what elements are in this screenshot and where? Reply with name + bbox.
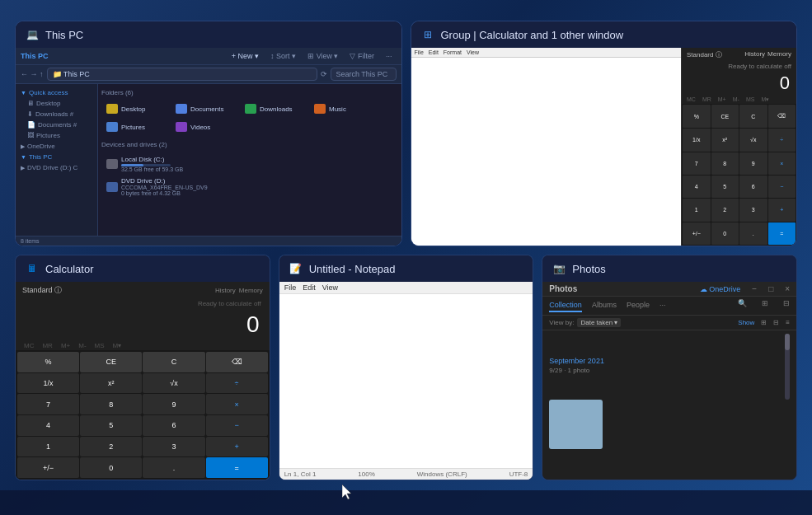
calc-neg[interactable]: +/− [17, 457, 79, 478]
file-explorer-window[interactable]: 💻 This PC This PC + New ▾ ↕ Sort ▾ ⊞ Vie… [15, 21, 402, 246]
group-window[interactable]: ⊞ Group | Calculator and 1 other window … [411, 21, 798, 246]
calc-1[interactable]: 1 [17, 437, 79, 457]
new-btn[interactable]: + New ▾ [228, 50, 263, 62]
gcalc-sqrt[interactable]: √x [739, 129, 767, 151]
calc-c[interactable]: C [143, 352, 204, 372]
gcalc-neg[interactable]: +/− [683, 222, 711, 245]
sidebar-this-pc[interactable]: ▼ This PC [16, 152, 97, 162]
calc-ce[interactable]: CE [80, 352, 142, 372]
photos-list-view-icon[interactable]: ⊟ [773, 319, 779, 326]
photos-detail-view-icon[interactable]: ≡ [786, 319, 790, 326]
gcalc-8[interactable]: 8 [711, 152, 739, 175]
photos-nav-albums[interactable]: Albums [592, 299, 617, 312]
calc-3[interactable]: 3 [143, 437, 204, 457]
gcalc-equals[interactable]: = [768, 222, 796, 245]
photos-search-icon[interactable]: 🔍 [738, 299, 747, 312]
folder-desktop[interactable]: Desktop [101, 101, 167, 116]
photos-scrollbar[interactable] [785, 334, 790, 400]
photos-close-btn[interactable]: × [785, 284, 790, 293]
address-input[interactable]: 📁 This PC [47, 68, 317, 81]
gcalc-inv[interactable]: 1/x [683, 129, 711, 151]
gcalc-6[interactable]: 6 [739, 176, 767, 198]
photos-minimize-btn[interactable]: − [752, 284, 757, 293]
photos-window[interactable]: 📷 Photos Photos ☁ OneDrive − □ × Collect… [542, 255, 797, 480]
folder-downloads[interactable]: Downloads [240, 101, 306, 116]
notepad-file-item[interactable]: File [284, 283, 297, 292]
calc-0[interactable]: 0 [80, 457, 142, 478]
gcalc-div[interactable]: ÷ [768, 129, 796, 151]
photos-maximize-btn[interactable]: □ [768, 284, 773, 293]
gcalc-mul[interactable]: × [768, 152, 796, 175]
sidebar-documents[interactable]: 📄 Documents # [16, 119, 97, 130]
calc-equals[interactable]: = [206, 457, 268, 478]
calc-9[interactable]: 9 [143, 394, 204, 414]
sidebar-pictures[interactable]: 🖼 Pictures [16, 130, 97, 141]
notepad-help-menu[interactable]: View [467, 49, 479, 55]
drive-d[interactable]: DVD Drive (D:) CCCOMA_X64FRE_EN-US_DV9 0… [101, 175, 398, 199]
calc-add[interactable]: + [206, 437, 268, 457]
photos-nav-people[interactable]: People [627, 299, 650, 312]
notepad-edit-menu[interactable]: Edit [429, 49, 439, 55]
gcalc-add[interactable]: + [768, 199, 796, 221]
folder-videos[interactable]: Videos [171, 119, 237, 134]
folder-music[interactable]: Music [309, 101, 375, 116]
calc-sub[interactable]: − [206, 415, 268, 436]
sidebar-onedrive[interactable]: ▶ OneDrive [16, 141, 97, 152]
gcalc-4[interactable]: 4 [683, 176, 711, 198]
photos-view-icon[interactable]: ⊟ [783, 299, 790, 312]
gcalc-sub[interactable]: − [768, 176, 796, 198]
calc-6[interactable]: 6 [143, 415, 204, 436]
photo-thumb-1[interactable] [549, 400, 603, 449]
view-btn[interactable]: ⊞ View ▾ [303, 50, 342, 62]
sidebar-quick-access[interactable]: ▼ Quick access [16, 87, 97, 98]
onedrive-btn[interactable]: ☁ OneDrive [700, 285, 741, 293]
gcalc-3[interactable]: 3 [739, 199, 767, 221]
search-input[interactable]: Search This PC [331, 68, 397, 81]
more-btn[interactable]: ··· [382, 50, 397, 62]
notepad-view-item[interactable]: View [322, 283, 338, 292]
gcalc-ce[interactable]: CE [711, 105, 739, 128]
gcalc-pct[interactable]: % [683, 105, 711, 128]
gcalc-dot[interactable]: . [739, 222, 767, 245]
folder-pictures[interactable]: Pictures [101, 119, 167, 134]
calc-8[interactable]: 8 [80, 394, 142, 414]
gcalc-1[interactable]: 1 [683, 199, 711, 221]
photos-view-by-value[interactable]: Date taken ▾ [577, 318, 621, 327]
calc-2[interactable]: 2 [80, 437, 142, 457]
calc-mul[interactable]: × [206, 394, 268, 414]
notepad-file-menu[interactable]: File [415, 49, 424, 55]
calc-sq[interactable]: x² [80, 373, 142, 394]
calc-dot[interactable]: . [143, 457, 204, 478]
notepad-text-area[interactable] [279, 294, 533, 468]
gcalc-sq[interactable]: x² [711, 129, 739, 151]
gcalc-back[interactable]: ⌫ [768, 105, 796, 128]
gcalc-9[interactable]: 9 [739, 152, 767, 175]
drive-c[interactable]: Local Disk (C:) 32.5 GB free of 59.3 GB [101, 153, 398, 175]
group-notepad-content[interactable] [411, 58, 682, 246]
photos-grid-view-icon[interactable]: ⊞ [761, 319, 767, 326]
calc-7[interactable]: 7 [17, 394, 79, 414]
calculator-window[interactable]: 🖩 Calculator Standard ⓘ History Memory R… [15, 255, 270, 480]
photos-sort-icon[interactable]: ⊞ [762, 299, 768, 312]
gcalc-0[interactable]: 0 [711, 222, 739, 245]
notepad-edit-item[interactable]: Edit [303, 283, 316, 292]
calc-sqrt[interactable]: √x [143, 373, 204, 394]
sidebar-desktop[interactable]: 🖥 Desktop [16, 98, 97, 109]
calc-5[interactable]: 5 [80, 415, 142, 436]
folder-documents[interactable]: Documents [171, 101, 237, 116]
sort-btn[interactable]: ↕ Sort ▾ [266, 50, 300, 62]
calc-div[interactable]: ÷ [206, 373, 268, 394]
calc-pct[interactable]: % [17, 352, 79, 372]
calc-inv[interactable]: 1/x [17, 373, 79, 394]
calc-4[interactable]: 4 [17, 415, 79, 436]
gcalc-7[interactable]: 7 [683, 152, 711, 175]
gcalc-5[interactable]: 5 [711, 176, 739, 198]
photos-nav-more[interactable]: ··· [659, 299, 666, 312]
notepad-view-menu[interactable]: Format [444, 49, 462, 55]
gcalc-2[interactable]: 2 [711, 199, 739, 221]
notepad-window[interactable]: 📝 Untitled - Notepad File Edit View Ln 1… [279, 255, 534, 480]
sidebar-downloads[interactable]: ⬇ Downloads # [16, 109, 97, 119]
filter-btn[interactable]: ▽ Filter [345, 50, 378, 62]
gcalc-c[interactable]: C [739, 105, 767, 128]
photos-nav-collection[interactable]: Collection [549, 299, 582, 312]
